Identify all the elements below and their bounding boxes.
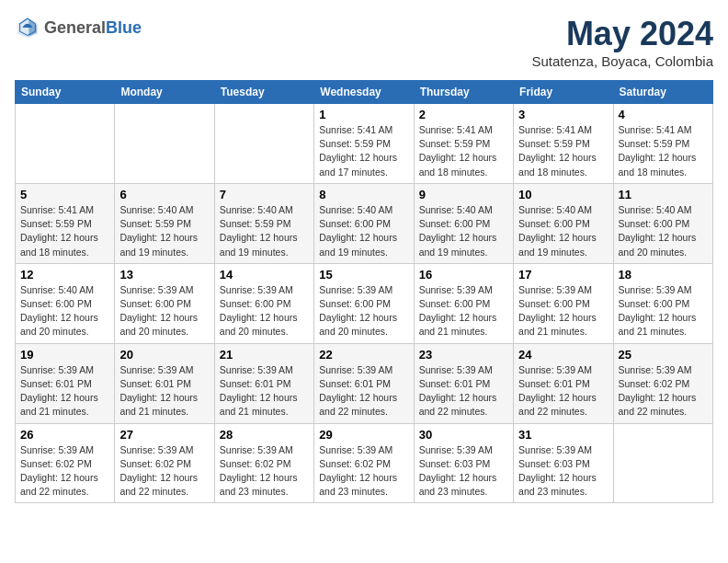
calendar-cell: 2Sunrise: 5:41 AM Sunset: 5:59 PM Daylig… — [414, 104, 513, 184]
day-info: Sunrise: 5:39 AM Sunset: 6:02 PM Dayligh… — [319, 443, 408, 500]
calendar-cell: 26Sunrise: 5:39 AM Sunset: 6:02 PM Dayli… — [16, 423, 115, 503]
day-info: Sunrise: 5:39 AM Sunset: 6:00 PM Dayligh… — [319, 283, 408, 339]
logo: GeneralBlue — [15, 15, 142, 40]
calendar-cell — [214, 104, 313, 184]
day-number: 30 — [419, 428, 508, 442]
day-info: Sunrise: 5:39 AM Sunset: 6:00 PM Dayligh… — [419, 283, 508, 339]
day-header-thursday: Thursday — [414, 81, 513, 104]
calendar-cell: 19Sunrise: 5:39 AM Sunset: 6:01 PM Dayli… — [16, 343, 115, 423]
day-info: Sunrise: 5:39 AM Sunset: 6:02 PM Dayligh… — [619, 363, 708, 419]
day-info: Sunrise: 5:41 AM Sunset: 5:59 PM Dayligh… — [518, 123, 608, 179]
day-number: 21 — [220, 348, 309, 362]
day-number: 23 — [419, 348, 508, 362]
day-number: 29 — [319, 428, 408, 442]
day-header-tuesday: Tuesday — [214, 81, 313, 104]
day-info: Sunrise: 5:39 AM Sunset: 6:01 PM Dayligh… — [20, 363, 109, 419]
day-info: Sunrise: 5:41 AM Sunset: 5:59 PM Dayligh… — [20, 203, 109, 259]
calendar-cell: 11Sunrise: 5:40 AM Sunset: 6:00 PM Dayli… — [613, 183, 712, 263]
calendar-cell: 17Sunrise: 5:39 AM Sunset: 6:00 PM Dayli… — [514, 263, 613, 343]
day-info: Sunrise: 5:41 AM Sunset: 5:59 PM Dayligh… — [419, 123, 508, 179]
calendar-cell: 18Sunrise: 5:39 AM Sunset: 6:00 PM Dayli… — [613, 263, 712, 343]
day-number: 4 — [619, 108, 708, 121]
calendar-cell: 29Sunrise: 5:39 AM Sunset: 6:02 PM Dayli… — [314, 423, 414, 503]
calendar-cell: 21Sunrise: 5:39 AM Sunset: 6:01 PM Dayli… — [214, 343, 313, 423]
title-block: May 2024 Sutatenza, Boyaca, Colombia — [531, 15, 713, 69]
day-number: 2 — [419, 108, 508, 121]
day-number: 24 — [518, 348, 608, 362]
day-info: Sunrise: 5:39 AM Sunset: 6:01 PM Dayligh… — [220, 363, 309, 419]
day-info: Sunrise: 5:40 AM Sunset: 5:59 PM Dayligh… — [119, 203, 209, 259]
day-number: 28 — [220, 428, 309, 442]
day-info: Sunrise: 5:39 AM Sunset: 6:01 PM Dayligh… — [319, 363, 408, 419]
logo-blue: Blue — [106, 18, 142, 37]
day-info: Sunrise: 5:40 AM Sunset: 6:00 PM Dayligh… — [319, 203, 408, 259]
calendar-cell: 5Sunrise: 5:41 AM Sunset: 5:59 PM Daylig… — [16, 183, 115, 263]
day-number: 26 — [20, 428, 109, 442]
calendar-cell: 20Sunrise: 5:39 AM Sunset: 6:01 PM Dayli… — [115, 343, 214, 423]
day-info: Sunrise: 5:39 AM Sunset: 6:02 PM Dayligh… — [20, 443, 109, 500]
day-header-saturday: Saturday — [613, 81, 712, 104]
calendar-cell: 22Sunrise: 5:39 AM Sunset: 6:01 PM Dayli… — [314, 343, 414, 423]
day-info: Sunrise: 5:40 AM Sunset: 6:00 PM Dayligh… — [419, 203, 508, 259]
calendar-cell: 23Sunrise: 5:39 AM Sunset: 6:01 PM Dayli… — [414, 343, 513, 423]
day-number: 17 — [518, 268, 608, 282]
calendar-week-2: 5Sunrise: 5:41 AM Sunset: 5:59 PM Daylig… — [16, 183, 713, 263]
day-info: Sunrise: 5:40 AM Sunset: 6:00 PM Dayligh… — [518, 203, 608, 259]
calendar-cell: 1Sunrise: 5:41 AM Sunset: 5:59 PM Daylig… — [314, 104, 414, 184]
day-number: 12 — [20, 268, 109, 282]
day-info: Sunrise: 5:41 AM Sunset: 5:59 PM Dayligh… — [319, 123, 408, 179]
calendar-cell: 7Sunrise: 5:40 AM Sunset: 5:59 PM Daylig… — [214, 183, 313, 263]
calendar-cell: 10Sunrise: 5:40 AM Sunset: 6:00 PM Dayli… — [514, 183, 613, 263]
calendar-cell: 12Sunrise: 5:40 AM Sunset: 6:00 PM Dayli… — [16, 263, 115, 343]
calendar-cell: 14Sunrise: 5:39 AM Sunset: 6:00 PM Dayli… — [214, 263, 313, 343]
calendar-cell: 15Sunrise: 5:39 AM Sunset: 6:00 PM Dayli… — [314, 263, 414, 343]
day-number: 15 — [319, 268, 408, 282]
day-header-wednesday: Wednesday — [314, 81, 414, 104]
day-number: 31 — [518, 428, 608, 442]
day-info: Sunrise: 5:39 AM Sunset: 6:01 PM Dayligh… — [119, 363, 209, 419]
calendar-table: SundayMondayTuesdayWednesdayThursdayFrid… — [15, 80, 713, 503]
calendar-cell: 16Sunrise: 5:39 AM Sunset: 6:00 PM Dayli… — [414, 263, 513, 343]
day-header-monday: Monday — [115, 81, 214, 104]
day-info: Sunrise: 5:39 AM Sunset: 6:00 PM Dayligh… — [119, 283, 209, 339]
day-number: 14 — [220, 268, 309, 282]
day-number: 13 — [119, 268, 209, 282]
calendar-cell: 28Sunrise: 5:39 AM Sunset: 6:02 PM Dayli… — [214, 423, 313, 503]
day-header-friday: Friday — [514, 81, 613, 104]
calendar-week-3: 12Sunrise: 5:40 AM Sunset: 6:00 PM Dayli… — [16, 263, 713, 343]
logo-text: GeneralBlue — [44, 18, 142, 38]
calendar-week-5: 26Sunrise: 5:39 AM Sunset: 6:02 PM Dayli… — [16, 423, 713, 503]
calendar-week-1: 1Sunrise: 5:41 AM Sunset: 5:59 PM Daylig… — [16, 104, 713, 184]
calendar-cell: 31Sunrise: 5:39 AM Sunset: 6:03 PM Dayli… — [514, 423, 613, 503]
day-info: Sunrise: 5:40 AM Sunset: 5:59 PM Dayligh… — [220, 203, 309, 259]
day-info: Sunrise: 5:39 AM Sunset: 6:03 PM Dayligh… — [419, 443, 508, 500]
calendar-cell: 24Sunrise: 5:39 AM Sunset: 6:01 PM Dayli… — [514, 343, 613, 423]
day-info: Sunrise: 5:39 AM Sunset: 6:00 PM Dayligh… — [619, 283, 708, 339]
calendar-cell: 3Sunrise: 5:41 AM Sunset: 5:59 PM Daylig… — [514, 104, 613, 184]
day-info: Sunrise: 5:41 AM Sunset: 5:59 PM Dayligh… — [619, 123, 708, 179]
day-number: 16 — [419, 268, 508, 282]
day-info: Sunrise: 5:39 AM Sunset: 6:00 PM Dayligh… — [220, 283, 309, 339]
calendar-cell — [115, 104, 214, 184]
calendar-cell: 9Sunrise: 5:40 AM Sunset: 6:00 PM Daylig… — [414, 183, 513, 263]
calendar-cell: 8Sunrise: 5:40 AM Sunset: 6:00 PM Daylig… — [314, 183, 414, 263]
day-number: 22 — [319, 348, 408, 362]
day-number: 19 — [20, 348, 109, 362]
day-number: 9 — [419, 188, 508, 201]
month-title: May 2024 — [531, 15, 713, 53]
calendar-cell: 27Sunrise: 5:39 AM Sunset: 6:02 PM Dayli… — [115, 423, 214, 503]
logo-general: General — [44, 18, 106, 37]
calendar-cell: 6Sunrise: 5:40 AM Sunset: 5:59 PM Daylig… — [115, 183, 214, 263]
day-header-sunday: Sunday — [16, 81, 115, 104]
day-info: Sunrise: 5:40 AM Sunset: 6:00 PM Dayligh… — [20, 283, 109, 339]
day-info: Sunrise: 5:39 AM Sunset: 6:02 PM Dayligh… — [220, 443, 309, 500]
calendar-week-4: 19Sunrise: 5:39 AM Sunset: 6:01 PM Dayli… — [16, 343, 713, 423]
calendar-cell — [613, 423, 712, 503]
day-number: 10 — [518, 188, 608, 201]
logo-icon — [15, 15, 40, 40]
calendar-header-row: SundayMondayTuesdayWednesdayThursdayFrid… — [16, 81, 713, 104]
day-number: 7 — [220, 188, 309, 201]
page-header: GeneralBlue May 2024 Sutatenza, Boyaca, … — [15, 15, 713, 69]
calendar-cell: 4Sunrise: 5:41 AM Sunset: 5:59 PM Daylig… — [613, 104, 712, 184]
calendar-cell: 30Sunrise: 5:39 AM Sunset: 6:03 PM Dayli… — [414, 423, 513, 503]
